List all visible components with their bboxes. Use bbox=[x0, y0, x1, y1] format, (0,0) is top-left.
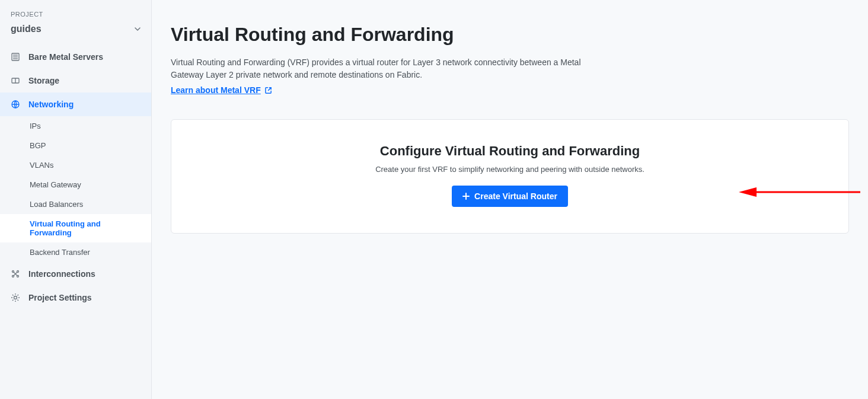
sidebar-subitem-bgp[interactable]: BGP bbox=[0, 136, 151, 155]
sidebar-item-label: Bare Metal Servers bbox=[28, 52, 103, 62]
sidebar-item-label: Networking bbox=[28, 100, 74, 109]
chevron-down-icon bbox=[135, 27, 141, 31]
sidebar-subitem-load-balancers[interactable]: Load Balancers bbox=[0, 194, 151, 214]
sidebar-item-storage[interactable]: Storage bbox=[0, 69, 151, 92]
sidebar-item-interconnections[interactable]: Interconnections bbox=[0, 262, 151, 286]
gear-icon bbox=[11, 293, 20, 302]
page-title: Virtual Routing and Forwarding bbox=[171, 24, 849, 46]
sidebar-subitem-backend-transfer[interactable]: Backend Transfer bbox=[0, 242, 151, 262]
sidebar-item-networking[interactable]: Networking bbox=[0, 92, 151, 116]
server-icon bbox=[11, 52, 20, 62]
project-header-label: PROJECT bbox=[0, 11, 151, 24]
interconnections-icon bbox=[11, 269, 20, 279]
sidebar-subitem-vlans[interactable]: VLANs bbox=[0, 155, 151, 175]
create-virtual-router-button[interactable]: Create Virtual Router bbox=[452, 186, 568, 207]
sidebar: PROJECT guides Bare Metal Servers Storag… bbox=[0, 0, 152, 399]
project-selector[interactable]: guides bbox=[0, 24, 151, 45]
main-content: Virtual Routing and Forwarding Virtual R… bbox=[152, 0, 868, 399]
card-title: Configure Virtual Routing and Forwarding bbox=[183, 143, 837, 159]
sidebar-subitem-vrf[interactable]: Virtual Routing and Forwarding bbox=[0, 214, 151, 242]
sidebar-item-project-settings[interactable]: Project Settings bbox=[0, 286, 151, 309]
storage-icon bbox=[11, 76, 20, 85]
plus-icon bbox=[462, 193, 470, 200]
networking-icon bbox=[11, 100, 20, 109]
sidebar-item-label: Interconnections bbox=[28, 269, 95, 279]
external-link-icon bbox=[264, 87, 272, 94]
sidebar-subitem-ips[interactable]: IPs bbox=[0, 116, 151, 136]
learn-link-text: Learn about Metal VRF bbox=[171, 85, 261, 95]
sidebar-item-label: Storage bbox=[28, 76, 59, 85]
learn-more-link[interactable]: Learn about Metal VRF bbox=[171, 85, 272, 95]
card-subtitle: Create your first VRF to simplify networ… bbox=[183, 165, 837, 174]
button-label: Create Virtual Router bbox=[474, 191, 557, 201]
sidebar-item-label: Project Settings bbox=[28, 293, 92, 302]
empty-state-card: Configure Virtual Routing and Forwarding… bbox=[171, 119, 849, 234]
svg-point-11 bbox=[14, 296, 17, 299]
page-description: Virtual Routing and Forwarding (VRF) pro… bbox=[171, 56, 609, 81]
project-name: guides bbox=[11, 24, 42, 34]
sidebar-subitem-metal-gateway[interactable]: Metal Gateway bbox=[0, 175, 151, 194]
sidebar-item-bare-metal-servers[interactable]: Bare Metal Servers bbox=[0, 45, 151, 69]
